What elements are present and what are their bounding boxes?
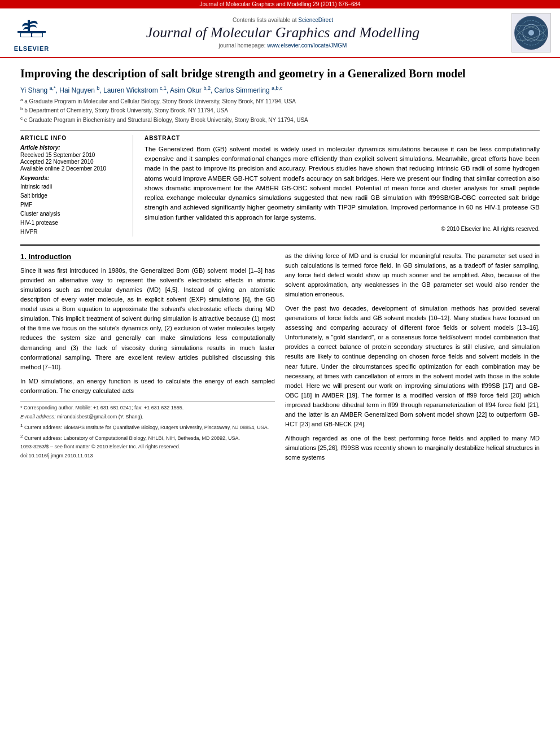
keyword-6: HIVPR [20, 228, 126, 237]
footnote-email: E-mail address: mirandaisbest@gmail.com … [20, 413, 275, 421]
intro-para-2: In MD simulations, an energy function is… [20, 377, 275, 396]
body-two-col: 1. Introduction Since it was first intro… [20, 251, 540, 467]
body-left-col: 1. Introduction Since it was first intro… [20, 251, 275, 467]
keywords-list: Intrinsic radii Salt bridge PMF Cluster … [20, 182, 126, 237]
footnote-1: 1 Current address: BioMaPS Institute for… [20, 422, 275, 432]
intro-para-1: Since it was first introduced in 1980s, … [20, 266, 275, 372]
keyword-4: Cluster analysis [20, 209, 126, 219]
contents-label: Contents lists available at [233, 17, 296, 23]
article-content: Improving the description of salt bridge… [0, 58, 560, 475]
article-history-label: Article history: [20, 145, 126, 151]
article-info-heading: ARTICLE INFO [20, 135, 126, 141]
intro-right-para-3: Although regarded as one of the best per… [285, 434, 540, 462]
journal-header-center: Contents lists available at ScienceDirec… [61, 17, 505, 49]
keyword-2: Salt bridge [20, 191, 126, 200]
article-title: Improving the description of salt bridge… [20, 66, 540, 81]
article-info-abstract-row: ARTICLE INFO Article history: Received 1… [20, 130, 540, 237]
sciencedirect-link[interactable]: ScienceDirect [298, 17, 333, 23]
abstract-panel: ABSTRACT The Generalized Born (GB) solve… [145, 135, 540, 237]
article-body: 1. Introduction Since it was first intro… [20, 244, 540, 467]
footnote-star: * Corresponding author. Mobile: +1 631 6… [20, 404, 275, 412]
homepage-label: journal homepage: [219, 42, 266, 49]
elsevier-logo: ELSEVIER [9, 14, 54, 52]
footnote-2: 2 Current address: Laboratory of Computa… [20, 433, 275, 443]
body-right-col: as the driving force of MD and is crucia… [285, 251, 540, 467]
affiliations: a a Graduate Program in Molecular and Ce… [20, 97, 540, 124]
affiliation-a-text: a Graduate Program in Molecular and Cell… [24, 98, 296, 104]
abstract-text: The Generalized Born (GB) solvent model … [145, 145, 540, 222]
doi-line: doi:10.1016/j.jmgm.2010.11.013 [20, 452, 275, 460]
svg-rect-4 [32, 33, 42, 37]
journal-citation-text: Journal of Molecular Graphics and Modell… [199, 1, 360, 7]
keyword-5: HIV-1 protease [20, 219, 126, 228]
keywords-label: Keywords: [20, 175, 126, 181]
copyright-notice: © 2010 Elsevier Inc. All rights reserved… [145, 226, 540, 232]
affiliation-a: a a Graduate Program in Molecular and Ce… [20, 97, 540, 106]
affiliation-c-text: c Graduate Program in Biochemistry and S… [24, 117, 308, 123]
accepted-date: Accepted 22 November 2010 [20, 159, 126, 165]
issn-line: 1093-3263/$ – see front matter © 2010 El… [20, 443, 275, 451]
intro-right-para-2: Over the past two decades, development o… [285, 304, 540, 429]
svg-point-9 [528, 30, 534, 36]
svg-rect-3 [21, 33, 31, 37]
affiliation-b: b b Department of Chemistry, Stony Brook… [20, 106, 540, 115]
affiliation-b-text: b Department of Chemistry, Stony Brook U… [24, 108, 228, 114]
intro-right-para-1: as the driving force of MD and is crucia… [285, 251, 540, 299]
received-date: Received 15 September 2010 [20, 152, 126, 158]
svg-rect-0 [18, 31, 46, 33]
affiliation-c: c c Graduate Program in Biochemistry and… [20, 115, 540, 124]
available-date: Available online 2 December 2010 [20, 165, 126, 172]
journal-url-link[interactable]: www.elsevier.com/locate/JMGM [267, 42, 347, 49]
footer-notes: * Corresponding author. Mobile: +1 631 6… [20, 401, 275, 461]
journal-title: Journal of Molecular Graphics and Modell… [61, 24, 505, 41]
authors-line: Yi Shang a,*, Hai Nguyen b, Lauren Wicks… [20, 85, 540, 94]
abstract-heading: ABSTRACT [145, 135, 540, 141]
elsevier-wordmark: ELSEVIER [14, 45, 49, 52]
article-info-panel: ARTICLE INFO Article history: Received 1… [20, 135, 133, 237]
journal-citation-bar: Journal of Molecular Graphics and Modell… [0, 0, 560, 8]
intro-heading: 1. Introduction [20, 251, 275, 263]
journal-cover-image [511, 13, 551, 53]
authors-text: Yi Shang a,*, Hai Nguyen b, Lauren Wicks… [20, 86, 282, 94]
keyword-1: Intrinsic radii [20, 182, 126, 191]
journal-header: ELSEVIER Contents lists available at Sci… [0, 8, 560, 58]
elsevier-tree-icon [12, 14, 51, 45]
journal-cover-circle [514, 16, 548, 50]
contents-available-line: Contents lists available at ScienceDirec… [61, 17, 505, 23]
journal-homepage-line: journal homepage: www.elsevier.com/locat… [61, 42, 505, 49]
keyword-3: PMF [20, 200, 126, 209]
